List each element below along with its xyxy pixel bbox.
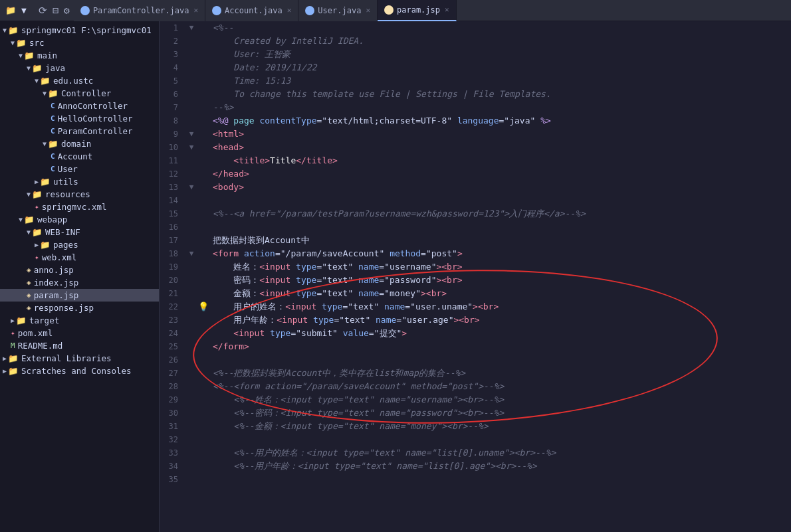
line-content: <%--用户的姓名：<input type="text" name="list[… bbox=[210, 446, 791, 460]
line-number: 2 bbox=[160, 35, 186, 48]
line-number: 28 bbox=[160, 380, 186, 393]
code-line: 20 密码：<input type="text" name="password"… bbox=[160, 274, 791, 287]
sidebar-item-label: webapp bbox=[37, 215, 67, 224]
fold-icon[interactable]: ▼ bbox=[186, 128, 197, 141]
sidebar-item[interactable]: ◈index.jsp bbox=[0, 276, 159, 289]
java-icon: C bbox=[51, 152, 55, 161]
settings-icon[interactable]: ⚙ bbox=[64, 5, 70, 17]
sidebar-item-label: target bbox=[29, 315, 59, 325]
sidebar-item[interactable]: CParamController bbox=[0, 125, 159, 137]
tab-close[interactable]: ✕ bbox=[366, 6, 370, 15]
sidebar-item[interactable]: ▶📁Scratches and Consoles bbox=[0, 365, 159, 377]
code-line: 15 <%--<a href="/param/testParam?usernam… bbox=[160, 207, 791, 221]
sidebar-item[interactable]: MREADME.md bbox=[0, 339, 159, 352]
code-line: 24 <input type="submit" value="提交"> bbox=[160, 327, 791, 340]
sidebar-item[interactable]: ✦pom.xml bbox=[0, 327, 159, 339]
sidebar-item[interactable]: ◈response.jsp bbox=[0, 302, 159, 314]
code-line: 16 bbox=[160, 221, 791, 234]
sidebar-item[interactable]: CAnnoController bbox=[0, 100, 159, 112]
tab-tab1[interactable]: ParamController.java✕ bbox=[74, 0, 205, 21]
line-number: 21 bbox=[160, 287, 186, 300]
arrow-icon: ▼ bbox=[27, 191, 31, 198]
fold-icon[interactable]: ▼ bbox=[186, 247, 197, 260]
sidebar-item-label: pages bbox=[53, 240, 78, 250]
sidebar-item[interactable]: ▶📁utils bbox=[0, 175, 159, 188]
sidebar-item-label: ParamController bbox=[58, 126, 133, 136]
code-line: 19 姓名：<input type="text" name="username"… bbox=[160, 260, 791, 274]
line-number: 3 bbox=[160, 48, 186, 61]
sidebar-item[interactable]: ▼📁edu.ustc bbox=[0, 74, 159, 87]
sidebar-item-label: User bbox=[58, 164, 78, 174]
arrow-icon: ▶ bbox=[11, 317, 15, 324]
tab-close[interactable]: ✕ bbox=[193, 6, 198, 15]
sidebar-item[interactable]: ▼📁src bbox=[0, 37, 159, 49]
sidebar-item[interactable]: ✦web.xml bbox=[0, 251, 159, 264]
line-number: 9 bbox=[160, 128, 186, 141]
sidebar-item[interactable]: ◈param.jsp bbox=[0, 289, 159, 302]
line-gutter: 💡 bbox=[197, 300, 210, 313]
folder-icon: 📁 bbox=[16, 38, 27, 48]
sidebar-item-label: resources bbox=[45, 189, 90, 199]
code-line: 6 To change this template use File | Set… bbox=[160, 88, 791, 101]
folder-icon: 📁 bbox=[48, 139, 58, 149]
editor[interactable]: 1 ▼ <%-- 2 Created by IntelliJ IDEA. 3 U… bbox=[160, 21, 791, 532]
sidebar-item[interactable]: CHelloController bbox=[0, 112, 159, 125]
line-content: Created by IntelliJ IDEA. bbox=[210, 35, 791, 48]
sidebar-item[interactable]: ✦springmvc.xml bbox=[0, 201, 159, 213]
sidebar-item[interactable]: ▼📁resources bbox=[0, 188, 159, 201]
sidebar-item[interactable]: CUser bbox=[0, 163, 159, 175]
sidebar-item-label: AnnoController bbox=[58, 101, 128, 111]
sidebar-item[interactable]: ▼📁WEB-INF bbox=[0, 226, 159, 238]
line-content: <html> bbox=[210, 128, 791, 141]
sidebar-item-label: springmvc.xml bbox=[42, 202, 107, 212]
line-content: <input type="submit" value="提交"> bbox=[210, 327, 791, 340]
sidebar-item[interactable]: ▼📁domain bbox=[0, 137, 159, 150]
line-content: <%--<a href="/param/testParam?username=w… bbox=[210, 207, 791, 221]
md-icon: M bbox=[11, 341, 15, 350]
fold-icon[interactable]: ▼ bbox=[186, 181, 197, 194]
tab-close[interactable]: ✕ bbox=[445, 5, 449, 14]
line-content: User: 王智豪 bbox=[210, 48, 791, 61]
layout-icon[interactable]: ⊟ bbox=[53, 5, 58, 17]
jsp-icon: ◈ bbox=[27, 266, 31, 274]
xml-icon: ✦ bbox=[35, 253, 39, 262]
line-number: 26 bbox=[160, 353, 186, 367]
line-number: 35 bbox=[160, 473, 186, 486]
code-line: 31 <%--金额：<input type="text" name="money… bbox=[160, 420, 791, 433]
tab-tab4[interactable]: param.jsp✕ bbox=[378, 0, 457, 21]
folder-icon: 📁 bbox=[40, 76, 51, 86]
line-content: 用户年龄：<input type="text" name="user.age">… bbox=[210, 313, 791, 327]
fold-icon[interactable]: ▼ bbox=[186, 21, 197, 35]
folder-icon: 📁 bbox=[32, 63, 43, 73]
jsp-icon: ◈ bbox=[27, 278, 31, 287]
line-number: 19 bbox=[160, 260, 186, 274]
sidebar-item[interactable]: ▼📁webapp bbox=[0, 213, 159, 226]
tab-tab2[interactable]: Account.java✕ bbox=[205, 0, 298, 21]
sidebar-item[interactable]: ▼📁springmvc01 F:\springmvc01 bbox=[0, 24, 159, 37]
sidebar-item[interactable]: ▶📁External Libraries bbox=[0, 352, 159, 365]
sidebar-item[interactable]: ▼📁Controller bbox=[0, 87, 159, 100]
tab-close[interactable]: ✕ bbox=[287, 6, 292, 15]
arrow-icon: ▼ bbox=[19, 52, 23, 59]
sidebar-item[interactable]: ▶📁target bbox=[0, 314, 159, 327]
code-line: 23 用户年龄：<input type="text" name="user.ag… bbox=[160, 313, 791, 327]
fold-icon[interactable]: ▼ bbox=[186, 141, 197, 154]
sidebar-item[interactable]: CAccount bbox=[0, 150, 159, 163]
folder-icon: 📁 bbox=[48, 88, 58, 98]
java-icon: C bbox=[51, 114, 55, 123]
folder-icon: 📁 bbox=[32, 227, 43, 237]
sidebar-item[interactable]: ◈anno.jsp bbox=[0, 264, 159, 276]
line-number: 30 bbox=[160, 406, 186, 420]
tab-tab3[interactable]: User.java✕ bbox=[298, 0, 378, 21]
jsp-icon: ◈ bbox=[27, 304, 31, 312]
line-number: 31 bbox=[160, 420, 186, 433]
line-content: <%--姓名：<input type="text" name="username… bbox=[210, 393, 791, 406]
code-line: 34 <%--用户年龄：<input type="text" name="lis… bbox=[160, 460, 791, 473]
sidebar-item[interactable]: ▼📁main bbox=[0, 49, 159, 62]
sync-icon[interactable]: ⟳ bbox=[39, 5, 47, 17]
code-line: 4 Date: 2019/11/22 bbox=[160, 61, 791, 74]
sidebar-item[interactable]: ▶📁pages bbox=[0, 238, 159, 251]
sidebar-item[interactable]: ▼📁java bbox=[0, 62, 159, 74]
line-content: <body> bbox=[210, 181, 791, 194]
project-menu[interactable]: 📁 ▼ bbox=[5, 5, 35, 15]
